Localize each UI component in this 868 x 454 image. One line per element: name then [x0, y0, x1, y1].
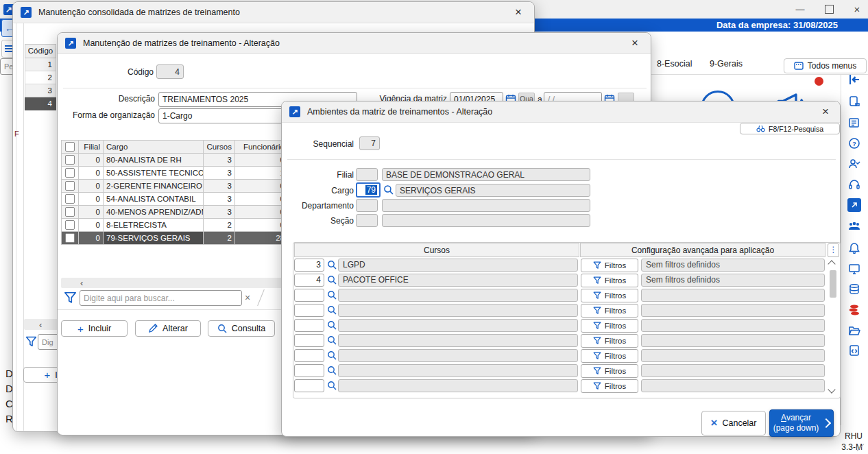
row-checkbox[interactable] [65, 168, 75, 178]
table-row[interactable]: 02-GERENTE FINANCEIRO30 [62, 180, 288, 193]
avancar-button[interactable]: Avançar(page down) [769, 409, 834, 437]
curso-code-input[interactable] [294, 289, 324, 302]
row-checkbox[interactable] [65, 155, 75, 165]
row-checkbox[interactable] [65, 220, 75, 230]
clear-search-icon[interactable]: × [245, 292, 250, 303]
coins-icon[interactable] [847, 303, 861, 317]
codigo-row-selected[interactable]: 4 [25, 97, 56, 110]
code-file-icon[interactable] [847, 344, 861, 357]
filtros-button[interactable]: Filtros [581, 349, 638, 363]
search-icon[interactable] [383, 184, 394, 195]
close-icon[interactable]: × [627, 36, 642, 51]
todos-menus-button[interactable]: Todos menus [784, 58, 867, 73]
filter-icon[interactable] [25, 336, 37, 348]
sidebar-divider [841, 74, 841, 425]
filtros-button[interactable]: Filtros [581, 379, 638, 393]
table-row[interactable]: 040-MENOS APRENDIZ/ADM30 [62, 206, 288, 219]
scroll-down-icon[interactable] [829, 385, 834, 394]
curso-code-input[interactable] [294, 379, 324, 392]
row-checkbox[interactable] [65, 181, 75, 191]
codigo-row[interactable]: 3 [25, 84, 56, 97]
row-checkbox[interactable] [65, 194, 75, 204]
search-icon[interactable] [327, 335, 337, 345]
alterar-button[interactable]: Alterar [135, 320, 201, 337]
curso-code-input[interactable] [294, 334, 324, 347]
minimize-button[interactable]: — [790, 1, 810, 17]
curso-code-input[interactable] [294, 319, 324, 332]
bell-icon[interactable] [847, 241, 861, 255]
pesquisa-button[interactable]: F8/F12-Pesquisa [740, 123, 840, 134]
filtros-button[interactable]: Filtros [581, 304, 638, 318]
filter-icon[interactable] [64, 291, 77, 304]
incluir-button[interactable]: + Incluir [61, 320, 128, 337]
filtros-button[interactable]: Filtros [581, 289, 638, 302]
col-filial[interactable]: Filial [79, 141, 104, 154]
col-cursos-header[interactable]: Cursos [294, 243, 579, 257]
curso-code-input[interactable] [294, 349, 324, 362]
filial-code [356, 168, 378, 181]
row-checkbox[interactable] [65, 207, 75, 217]
search-icon[interactable] [327, 275, 337, 285]
consulta-button[interactable]: Consulta [208, 320, 275, 337]
search-icon[interactable] [327, 366, 337, 375]
clipped-field-label: F [14, 130, 19, 138]
close-icon[interactable]: × [818, 104, 833, 119]
search-input[interactable]: Digite aqui para buscar... [80, 290, 242, 306]
folder-icon[interactable] [847, 324, 861, 337]
search-icon[interactable] [327, 350, 337, 360]
active-app-icon[interactable] [847, 198, 861, 212]
table-row[interactable]: 050-ASSISTENTE TECNICO31 [62, 167, 288, 180]
news-icon[interactable] [847, 116, 861, 130]
help-sidebar-icon[interactable]: ? [847, 136, 861, 150]
search-icon[interactable] [327, 260, 337, 270]
dialog-ambientes: ↗ Ambientes da matriz de treinamentos - … [281, 101, 841, 437]
secao-code [356, 214, 378, 227]
close-icon[interactable]: × [511, 5, 526, 20]
maximize-button[interactable] [825, 5, 834, 14]
tab-esocial[interactable]: 8-Esocial [657, 59, 692, 69]
scroll-up-icon[interactable] [829, 259, 834, 269]
codigo-row[interactable]: 1 [25, 58, 56, 71]
filtros-button[interactable]: Filtros [581, 274, 638, 287]
database-icon[interactable] [847, 283, 861, 296]
select-all-header[interactable] [62, 141, 79, 154]
table-row[interactable]: 080-ANALISTA DE RH30 [62, 154, 288, 167]
curso-code-input[interactable]: 3 [294, 259, 324, 272]
col-cursos[interactable]: Cursos [204, 141, 235, 154]
filtros-button[interactable]: Filtros [581, 259, 638, 272]
curso-code-input[interactable] [294, 304, 324, 317]
codigo-row[interactable]: 2 [25, 71, 56, 84]
row-checkbox[interactable] [65, 233, 75, 243]
scrollbar-thumb[interactable] [830, 270, 836, 298]
codigo-column-header: Código [25, 44, 56, 58]
tab-gerais[interactable]: 9-Gerais [710, 59, 743, 69]
cargo-code-input[interactable]: 79 [356, 182, 381, 198]
table-row[interactable]: 08-ELETRECISTA20 [62, 219, 288, 232]
people-icon[interactable] [847, 219, 861, 232]
col-cargo[interactable]: Cargo [104, 141, 204, 154]
curso-name: LGPD [338, 259, 578, 272]
scroll-icon[interactable] [847, 95, 861, 108]
col-funcionarios[interactable]: Funcionário [235, 141, 288, 154]
table-menu-icon[interactable]: ⋮ [828, 243, 839, 257]
col-config-header[interactable]: Configuração avançada para aplicação [580, 243, 825, 257]
collapse-sidebar-icon[interactable] [847, 73, 861, 86]
cancelar-button[interactable]: × Cancelar [701, 411, 766, 435]
horizontal-scrollbar[interactable]: ‹ [61, 278, 290, 288]
curso-code-input[interactable] [294, 364, 324, 377]
sequencial-value: 7 [359, 136, 380, 150]
curso-code-input[interactable]: 4 [294, 274, 324, 287]
close-window-button[interactable]: × [847, 1, 867, 17]
filtros-button[interactable]: Filtros [581, 334, 638, 348]
user-check-icon[interactable] [847, 157, 861, 171]
monitor-icon[interactable] [847, 262, 861, 276]
filtros-button[interactable]: Filtros [581, 319, 638, 333]
table-row-selected[interactable]: 079-SERVIÇOS GERAIS228 [62, 232, 288, 245]
table-row[interactable]: 054-ANALISTA CONTABIL30 [62, 193, 288, 206]
headset-icon[interactable] [847, 178, 861, 191]
filtros-button[interactable]: Filtros [581, 364, 638, 378]
search-icon[interactable] [327, 290, 337, 300]
search-icon[interactable] [327, 381, 337, 390]
search-icon[interactable] [327, 305, 337, 315]
search-icon[interactable] [327, 320, 337, 330]
